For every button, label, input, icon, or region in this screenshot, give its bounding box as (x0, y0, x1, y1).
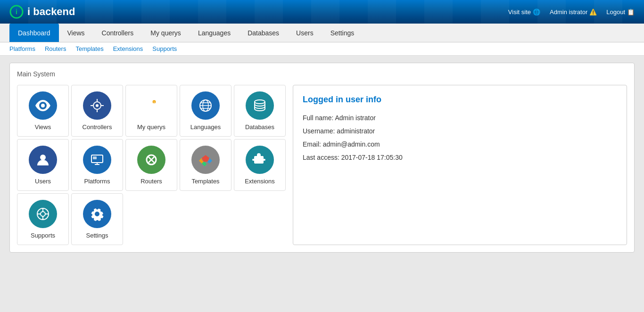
admin-link[interactable]: Admin istrator ⚠️ (550, 8, 597, 16)
settings-label: Settings (86, 232, 108, 239)
logout-label: Logout (606, 8, 625, 16)
user-info-title: Logged in user info (303, 95, 617, 105)
svg-point-3 (96, 104, 99, 107)
tab-views[interactable]: Views (59, 24, 93, 42)
routers-icon (137, 146, 165, 174)
routers-label: Routers (140, 178, 162, 185)
views-icon (29, 91, 57, 120)
subnav-supports[interactable]: Supports (152, 45, 177, 52)
email-label: Email: (303, 140, 321, 148)
platforms-label: Platforms (84, 178, 110, 185)
languages-icon (191, 91, 220, 120)
grid-item-users[interactable]: Users (17, 139, 69, 191)
svg-point-12 (255, 100, 265, 104)
grid-item-routers[interactable]: Routers (125, 139, 177, 191)
grid-item-views[interactable]: Views (17, 85, 69, 137)
main-content: Main System Views (0, 56, 644, 260)
tab-databases[interactable]: Databases (239, 24, 288, 42)
email-value: admin@admin.com (323, 140, 380, 148)
templates-label: Templates (191, 178, 219, 185)
subnav-extensions[interactable]: Extensions (113, 45, 143, 52)
grid-item-templates[interactable]: Templates (180, 139, 231, 191)
section-box: Main System Views (9, 63, 635, 253)
grid-item-databases[interactable]: Databases (234, 85, 286, 137)
extensions-label: Extensions (245, 178, 275, 185)
users-icon (29, 146, 57, 174)
databases-label: Databases (245, 123, 274, 131)
settings-icon (83, 200, 111, 228)
tab-settings[interactable]: Settings (322, 24, 363, 42)
user-info-panel: Logged in user info Full name: Admin ist… (293, 85, 627, 245)
username-label: Username: (303, 127, 335, 135)
admin-icon: ⚠️ (589, 8, 597, 16)
extensions-icon (246, 146, 274, 174)
grid-item-settings[interactable]: Settings (71, 193, 123, 245)
tab-controllers[interactable]: Controllers (93, 24, 142, 42)
platforms-icon (83, 146, 111, 174)
tab-languages[interactable]: Languages (190, 24, 239, 42)
icon-grid: Views Controllers (17, 85, 286, 245)
grid-item-supports[interactable]: Supports (17, 193, 69, 245)
users-label: Users (35, 178, 51, 185)
myquerys-label: My querys (137, 123, 165, 131)
supports-label: Supports (31, 232, 55, 239)
supports-icon (29, 200, 57, 228)
lastaccess-value: 2017-07-18 17:05:30 (341, 154, 403, 161)
visit-site-link[interactable]: Visit site 🌐 (508, 8, 540, 16)
navbar: Dashboard Views Controllers My querys La… (0, 24, 644, 42)
logo-icon: i (9, 5, 24, 19)
languages-label: Languages (190, 123, 221, 131)
databases-icon (246, 91, 274, 120)
tab-users[interactable]: Users (288, 24, 322, 42)
svg-rect-17 (93, 156, 97, 159)
controllers-icon (83, 91, 111, 120)
templates-icon (191, 146, 220, 174)
user-info-fullname-row: Full name: Admin istrator (303, 114, 617, 122)
logout-icon: 📋 (627, 8, 635, 16)
grid-item-controllers[interactable]: Controllers (71, 85, 123, 137)
myquerys-icon: $ (137, 91, 165, 120)
subnav-templates[interactable]: Templates (75, 45, 103, 52)
grid-item-platforms[interactable]: Platforms (71, 139, 123, 191)
grid-item-extensions[interactable]: Extensions (234, 139, 286, 191)
logo-text: i backend (27, 6, 75, 18)
views-label: Views (35, 123, 51, 131)
lastaccess-label: Last access: (303, 154, 339, 161)
subnav-platforms[interactable]: Platforms (9, 45, 35, 52)
content-area: Views Controllers (17, 85, 627, 245)
user-info-email-row: Email: admin@admin.com (303, 140, 617, 148)
tab-myquerys[interactable]: My querys (142, 24, 190, 42)
section-title: Main System (17, 70, 627, 78)
user-info-lastaccess-row: Last access: 2017-07-18 17:05:30 (303, 154, 617, 161)
logout-link[interactable]: Logout 📋 (606, 8, 635, 16)
grid-item-myquerys[interactable]: $ My querys (125, 85, 177, 137)
logo[interactable]: i i backend (9, 5, 75, 19)
svg-point-20 (41, 212, 45, 216)
header: i i backend Visit site 🌐 Admin istrator … (0, 0, 644, 24)
fullname-value: Admin istrator (335, 114, 375, 122)
subnav: Platforms Routers Templates Extensions S… (0, 42, 644, 56)
admin-label: Admin istrator (550, 8, 587, 16)
svg-text:i: i (16, 8, 17, 16)
header-right: Visit site 🌐 Admin istrator ⚠️ Logout 📋 (508, 8, 635, 16)
username-value: administrator (337, 127, 375, 135)
svg-point-13 (40, 155, 46, 160)
visit-site-icon: 🌐 (533, 8, 540, 16)
subnav-routers[interactable]: Routers (45, 45, 66, 52)
controllers-label: Controllers (83, 123, 112, 131)
grid-item-languages[interactable]: Languages (180, 85, 231, 137)
tab-dashboard[interactable]: Dashboard (9, 24, 59, 42)
user-info-username-row: Username: administrator (303, 127, 617, 135)
visit-site-label: Visit site (508, 8, 531, 16)
fullname-label: Full name: (303, 114, 333, 122)
